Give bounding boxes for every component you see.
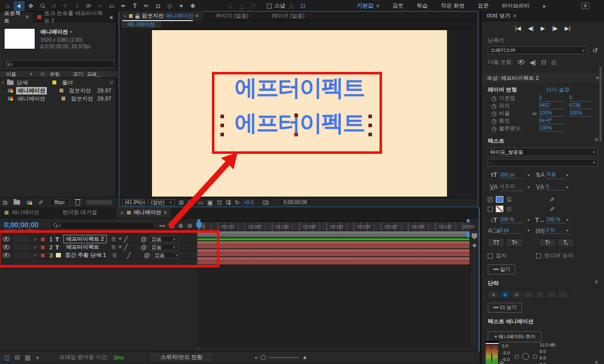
timeline-search-input[interactable]: ▾ <box>50 222 155 229</box>
project-row-comp2[interactable]: 애니메이션 컴포지션 29.97 <box>0 95 117 103</box>
justify-all-button[interactable]: ≡ <box>557 290 569 299</box>
scale-y-value[interactable]: 100% <box>569 110 592 117</box>
justify-last-center-button[interactable]: ≡ <box>534 290 546 299</box>
search-workspace-icon[interactable]: ≣ <box>581 3 589 9</box>
region-of-interest-icon[interactable]: ▭ <box>197 200 203 206</box>
quality-switch-icon[interactable]: ╱ <box>124 244 127 250</box>
layer-visibility-icon[interactable] <box>3 245 10 249</box>
selection-handle[interactable] <box>220 124 224 127</box>
comp-marker-shield-icon[interactable] <box>472 233 477 239</box>
lock-icon[interactable] <box>135 16 139 19</box>
layer-visibility-icon[interactable] <box>3 237 10 241</box>
collapse-switch-icon[interactable]: ☀ <box>118 237 122 241</box>
audio-cell[interactable] <box>14 252 21 258</box>
expand-arrow[interactable]: > <box>34 253 36 258</box>
quality-switch-icon[interactable]: ╱ <box>124 236 127 242</box>
properties-header[interactable]: 속성: 에프터이펙트 2 ≡ <box>482 73 604 83</box>
pixel-aspect-icon[interactable]: ⊡ <box>217 200 222 206</box>
rotation-value[interactable]: 0x+0° <box>539 118 564 124</box>
ligatures-checkbox[interactable] <box>488 253 493 258</box>
comp-button-icon[interactable]: ✥ <box>470 243 479 248</box>
column-name[interactable]: 이름 <box>6 71 16 78</box>
toggle-switches-icon[interactable]: ◫ <box>4 354 10 360</box>
solo-cell[interactable] <box>22 244 29 250</box>
last-frame-button[interactable]: ▶| <box>565 25 570 32</box>
new-composition-icon[interactable] <box>26 200 33 205</box>
zoom-slider-track[interactable] <box>269 357 299 358</box>
parent-select[interactable]: 없음∨ <box>152 252 181 258</box>
workspace-tab-default[interactable]: 기본값 ≡ <box>357 2 380 10</box>
mask-toggle-icon[interactable]: ◫ <box>188 200 193 206</box>
text-menu-icon[interactable]: ≡ <box>595 137 598 145</box>
parent-select[interactable]: 없음∨ <box>149 236 178 242</box>
leading-value[interactable]: 자동 <box>546 171 566 179</box>
justify-last-left-button[interactable]: ≡ <box>522 290 534 299</box>
hand-tool[interactable]: ✥ <box>25 1 36 11</box>
expand-arrow[interactable]: > <box>34 237 36 242</box>
stroke-checkbox[interactable] <box>488 207 493 212</box>
layer-label-chip[interactable] <box>40 237 45 242</box>
parent-select[interactable]: 없음∨ <box>149 244 178 250</box>
shy-switch-icon[interactable]: 웃 <box>111 245 116 250</box>
layer-name-selected[interactable]: 에프터이펙트 2 <box>63 235 107 243</box>
exposure-reset-icon[interactable]: ↻ <box>235 200 240 206</box>
link-scale-icon[interactable]: ∞ <box>530 111 539 117</box>
quality-switch-icon[interactable]: ╱ <box>127 252 131 258</box>
project-search-input[interactable]: ▾ <box>3 60 114 68</box>
audio-right-knob[interactable] <box>533 354 537 359</box>
project-row-solids[interactable]: > 단색 폴더 ⑂ <box>0 78 117 86</box>
rectangle-tool[interactable]: ▭ <box>106 1 117 11</box>
layer-bar-2[interactable] <box>197 249 470 256</box>
magnification-select[interactable]: (41.9%)∨ <box>122 199 144 206</box>
fill-color-swatch[interactable] <box>496 196 503 203</box>
next-frame-button[interactable]: |▶ <box>552 25 558 32</box>
shy-switch-icon[interactable]: 웃 <box>111 237 116 242</box>
audio-master-knob[interactable] <box>522 353 529 360</box>
right-panel-scrollbar[interactable] <box>599 66 601 142</box>
solo-cell[interactable] <box>22 252 29 258</box>
tab-preview[interactable]: 미리 보기 <box>487 12 510 20</box>
workspace-tab-review[interactable]: 검토 <box>393 2 404 10</box>
current-timecode[interactable]: 0;00;00;00 <box>4 221 39 229</box>
selection-handle[interactable] <box>368 115 372 118</box>
position-y-value[interactable]: 6738 <box>569 103 592 109</box>
font-size-value[interactable]: 160 px <box>500 172 523 178</box>
include-video-icon[interactable] <box>518 60 524 64</box>
anchor-y-value[interactable]: 0 <box>569 95 592 102</box>
selected-item-name[interactable]: 애니메이션 <box>40 28 68 36</box>
layer-row-1[interactable]: > 1 T 에프터이펙트 2 웃 ☀ ╱ @ 없음∨ <box>0 235 197 243</box>
tab-composition[interactable]: × 컴포지션 애니메이션 ≡ <box>119 11 202 21</box>
panel-overflow[interactable]: » <box>110 14 113 20</box>
include-audio-icon[interactable]: ◀) <box>530 59 536 65</box>
sort-arrow-icon[interactable]: ▼ <box>29 72 33 76</box>
close-tab-icon[interactable]: × <box>120 210 123 216</box>
fill-eyedropper-icon[interactable]: ✎ <box>549 197 555 202</box>
project-row-comp1[interactable]: 애니메이션 컴포지션 29.97 <box>0 86 117 95</box>
parent-pickwhip-icon[interactable]: @ <box>141 236 147 242</box>
fill-checkbox[interactable]: ✓ <box>488 197 493 202</box>
layer-row-3[interactable]: > 3 중간 주황 단색 1 웃 ╱ @ 없음∨ <box>0 251 197 259</box>
trash-icon[interactable] <box>76 201 80 206</box>
column-size[interactable]: 크기 <box>72 71 83 78</box>
align-left-button[interactable]: ≡ <box>488 290 499 299</box>
more-button[interactable]: ••• 더 보기 <box>488 303 522 313</box>
layer-label-chip[interactable] <box>40 253 45 258</box>
transform-reset-button[interactable]: 다시 설정 <box>546 86 570 94</box>
workspace-menu-icon[interactable]: ≡ <box>376 4 380 9</box>
eraser-tool[interactable]: ◇ <box>164 1 175 11</box>
zoom-slider-knob[interactable] <box>261 355 266 360</box>
clone-stamp-tool[interactable]: ◘ <box>153 1 164 11</box>
include-overlays-icon[interactable]: ⊡ <box>541 59 546 65</box>
layer-row-2[interactable]: > 2 T 에프터이펙트 웃 ☀ ╱ @ 없음∨ <box>0 243 197 251</box>
small-caps-button[interactable]: Tᴛ <box>506 238 523 247</box>
audio-menu-icon[interactable]: ≡ <box>595 360 598 364</box>
new-folder-icon[interactable] <box>14 200 20 205</box>
stroke-color-swatch[interactable] <box>496 206 503 212</box>
parent-pickwhip-icon[interactable]: @ <box>144 252 150 258</box>
tab-render-queue[interactable]: 렌더링 대기열 <box>58 208 101 218</box>
parent-pickwhip-icon[interactable]: @ <box>141 244 147 250</box>
workspace-tab-libraries[interactable]: 라이브러리 <box>502 2 530 10</box>
transparency-grid-icon[interactable]: ▣ <box>207 200 213 206</box>
stroke-eyedropper-icon[interactable]: ✎ <box>549 206 555 211</box>
mask-visibility-toggle[interactable]: ⊡ <box>297 1 309 11</box>
